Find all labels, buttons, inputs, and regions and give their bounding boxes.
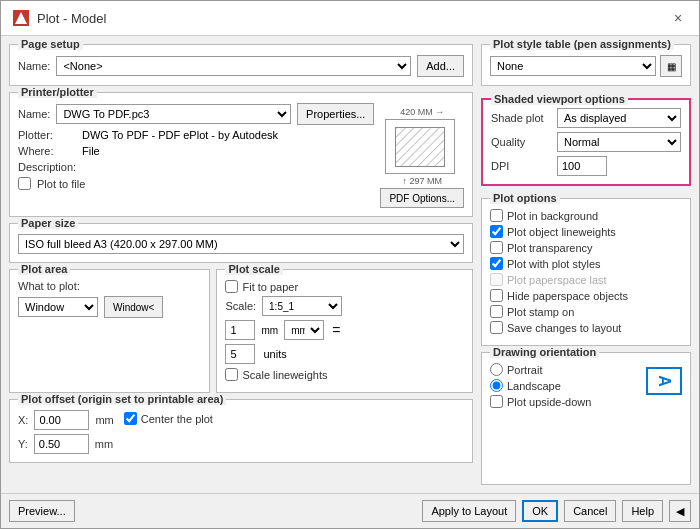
paper-size-title: Paper size bbox=[18, 217, 78, 229]
scale-lineweights-row: Scale lineweights bbox=[225, 368, 464, 381]
page-setup-select[interactable]: <None> bbox=[56, 56, 411, 76]
eq-sign: = bbox=[332, 322, 340, 338]
what-to-plot-row: What to plot: bbox=[18, 280, 201, 292]
what-select[interactable]: Window bbox=[18, 297, 98, 317]
main-content: Page setup Name: <None> Add... Printer/p… bbox=[1, 36, 699, 493]
orientation-title: Drawing orientation bbox=[490, 346, 599, 358]
plot-trans-checkbox[interactable] bbox=[490, 241, 503, 254]
plot-trans-label: Plot transparency bbox=[507, 242, 593, 254]
plot-pslast-checkbox[interactable] bbox=[490, 273, 503, 286]
dpi-input[interactable] bbox=[557, 156, 607, 176]
upside-down-label: Plot upside-down bbox=[507, 396, 591, 408]
help-button[interactable]: Help bbox=[622, 500, 663, 522]
shade-plot-select[interactable]: As displayed bbox=[557, 108, 681, 128]
app-icon bbox=[13, 10, 29, 26]
plot-to-file-label: Plot to file bbox=[37, 178, 85, 190]
fit-to-paper-checkbox[interactable] bbox=[225, 280, 238, 293]
landscape-row: Landscape bbox=[490, 379, 591, 392]
x-label: X: bbox=[18, 414, 28, 426]
plotter-value: DWG To PDF - PDF ePlot - by Autodesk bbox=[82, 129, 278, 141]
x-input[interactable] bbox=[34, 410, 89, 430]
plot-to-file-checkbox[interactable] bbox=[18, 177, 31, 190]
paper-size-section: Paper size ISO full bleed A3 (420.00 x 2… bbox=[9, 223, 473, 263]
left-panel: Page setup Name: <None> Add... Printer/p… bbox=[9, 44, 473, 485]
landscape-label: Landscape bbox=[507, 380, 561, 392]
x-row: X: mm bbox=[18, 410, 114, 430]
what-controls-row: Window Window< bbox=[18, 296, 201, 318]
scale-select[interactable]: 1:5_1 bbox=[262, 296, 342, 316]
plotter-label: Plotter: bbox=[18, 129, 76, 141]
description-row: Description: bbox=[18, 161, 374, 173]
properties-button[interactable]: Properties... bbox=[297, 103, 374, 125]
scale-input1[interactable] bbox=[225, 320, 255, 340]
dim-label2: ↑ 297 MM bbox=[402, 176, 442, 186]
fit-to-paper-label: Fit to paper bbox=[242, 281, 298, 293]
plotter-row: Plotter: DWG To PDF - PDF ePlot - by Aut… bbox=[18, 129, 374, 141]
center-plot-checkbox[interactable] bbox=[124, 412, 137, 425]
page-setup-section: Page setup Name: <None> Add... bbox=[9, 44, 473, 86]
scale-lineweights-checkbox[interactable] bbox=[225, 368, 238, 381]
center-plot-label: Center the plot bbox=[141, 413, 213, 425]
scale-input2[interactable] bbox=[225, 344, 255, 364]
portrait-row: Portrait bbox=[490, 363, 591, 376]
plot-styles-label: Plot with plot styles bbox=[507, 258, 601, 270]
plot-dialog: Plot - Model × Page setup Name: <None> A… bbox=[0, 0, 700, 529]
plot-stamp-row: Plot stamp on bbox=[490, 305, 682, 318]
landscape-radio[interactable] bbox=[490, 379, 503, 392]
cancel-button[interactable]: Cancel bbox=[564, 500, 616, 522]
plot-bg-checkbox[interactable] bbox=[490, 209, 503, 222]
printer-name-row: Name: DWG To PDF.pc3 Properties... bbox=[18, 103, 374, 125]
hide-ps-row: Hide paperspace objects bbox=[490, 289, 682, 302]
upside-down-row: Plot upside-down bbox=[490, 395, 591, 408]
quality-select[interactable]: Normal bbox=[557, 132, 681, 152]
printer-select[interactable]: DWG To PDF.pc3 bbox=[56, 104, 291, 124]
x-unit: mm bbox=[95, 414, 113, 426]
plot-styles-checkbox[interactable] bbox=[490, 257, 503, 270]
y-row: Y: mm bbox=[18, 434, 464, 454]
svg-rect-2 bbox=[396, 128, 445, 167]
plot-lw-label: Plot object lineweights bbox=[507, 226, 616, 238]
plot-stamp-checkbox[interactable] bbox=[490, 305, 503, 318]
paper-size-select[interactable]: ISO full bleed A3 (420.00 x 297.00 MM) bbox=[18, 234, 464, 254]
upside-down-checkbox[interactable] bbox=[490, 395, 503, 408]
close-button[interactable]: × bbox=[669, 9, 687, 27]
hide-ps-checkbox[interactable] bbox=[490, 289, 503, 302]
landscape-icon: A bbox=[646, 367, 682, 395]
plot-offset-section: Plot offset (origin set to printable are… bbox=[9, 399, 473, 463]
pdf-options-button[interactable]: PDF Options... bbox=[380, 188, 464, 208]
plot-styles-row: Plot with plot styles bbox=[490, 257, 682, 270]
quality-row: Quality Normal bbox=[491, 132, 681, 152]
scale-label: Scale: bbox=[225, 300, 256, 312]
footer-left: Preview... bbox=[9, 500, 75, 522]
portrait-label: Portrait bbox=[507, 364, 542, 376]
plot-pslast-row: Plot paperspace last bbox=[490, 273, 682, 286]
y-input[interactable] bbox=[34, 434, 89, 454]
preview-button[interactable]: Preview... bbox=[9, 500, 75, 522]
save-changes-row: Save changes to layout bbox=[490, 321, 682, 334]
center-plot-row: Center the plot bbox=[124, 412, 213, 425]
add-button[interactable]: Add... bbox=[417, 55, 464, 77]
y-unit: mm bbox=[95, 438, 113, 450]
ok-button[interactable]: OK bbox=[522, 500, 558, 522]
scale-values-row: mm mm = bbox=[225, 320, 464, 340]
page-setup-row: Name: <None> Add... bbox=[18, 55, 464, 77]
apply-layout-button[interactable]: Apply to Layout bbox=[422, 500, 516, 522]
plot-to-file-row: Plot to file bbox=[18, 177, 374, 190]
shade-plot-row: Shade plot As displayed bbox=[491, 108, 681, 128]
plot-style-select[interactable]: None bbox=[490, 56, 656, 76]
shade-plot-label: Shade plot bbox=[491, 112, 551, 124]
plot-trans-row: Plot transparency bbox=[490, 241, 682, 254]
plot-style-edit-btn[interactable]: ▦ bbox=[660, 55, 682, 77]
portrait-radio[interactable] bbox=[490, 363, 503, 376]
plot-lw-checkbox[interactable] bbox=[490, 225, 503, 238]
mm-select[interactable]: mm bbox=[284, 320, 324, 340]
description-label: Description: bbox=[18, 161, 76, 173]
dpi-label: DPI bbox=[491, 160, 551, 172]
plot-options-section: Plot options Plot in background Plot obj… bbox=[481, 198, 691, 346]
where-label: Where: bbox=[18, 145, 76, 157]
window-button[interactable]: Window< bbox=[104, 296, 163, 318]
nav-back-button[interactable]: ◀ bbox=[669, 500, 691, 522]
plot-bg-label: Plot in background bbox=[507, 210, 598, 222]
save-changes-checkbox[interactable] bbox=[490, 321, 503, 334]
paper-preview bbox=[385, 119, 455, 174]
